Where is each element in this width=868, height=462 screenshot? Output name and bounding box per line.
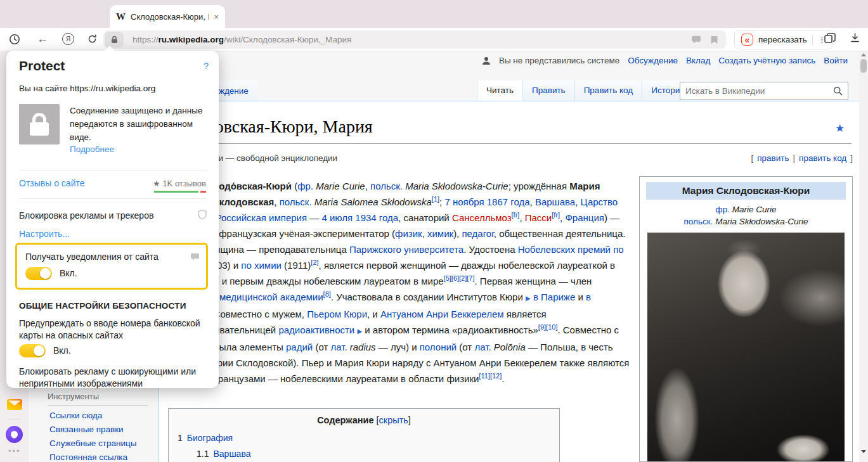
scrollbar-down-arrow[interactable] xyxy=(861,450,866,453)
configure-link[interactable]: Настроить... xyxy=(19,229,70,239)
protect-popup: Protect ? Вы на сайте https://ru.wikiped… xyxy=(6,51,219,388)
scrollbar-track[interactable] xyxy=(859,51,868,462)
toc-hide-link[interactable]: скрыть xyxy=(379,415,408,425)
bank-card-toggle[interactable] xyxy=(19,344,46,357)
personal-talk-link[interactable]: Обсуждение xyxy=(628,56,678,65)
notifications-toggle-state: Вкл. xyxy=(60,268,77,278)
tab-edit-source[interactable]: Править код xyxy=(574,80,642,101)
tab-read[interactable]: Читать xyxy=(477,80,522,101)
divider xyxy=(19,170,206,171)
section-edit-links: [ править | править код ] xyxy=(751,153,853,163)
lock-icon xyxy=(32,113,46,123)
notifications-toggle[interactable] xyxy=(25,267,52,280)
bookmark-icon[interactable] xyxy=(710,35,718,44)
rating-bar-negative xyxy=(200,191,206,193)
notifications-highlight-box xyxy=(15,243,208,290)
dock-more-icon[interactable]: ••• xyxy=(8,446,21,456)
scrollbar-up-arrow[interactable] xyxy=(861,53,866,56)
search-icon[interactable] xyxy=(833,86,843,96)
sidebar-item-permanent-link[interactable]: Постоянная ссылка xyxy=(49,452,127,462)
url-text[interactable]: https://ru.wikipedia.org/wiki/Склодовска… xyxy=(133,35,682,44)
article-meta-line: Из Википедии — свободной энциклопедии [ … xyxy=(168,153,853,163)
history-clock-icon[interactable] xyxy=(9,34,20,45)
rating-bar-positive xyxy=(154,191,198,193)
back-icon[interactable]: ← xyxy=(37,32,48,46)
help-link[interactable]: ? xyxy=(204,61,209,71)
bank-card-toggle-state: Вкл. xyxy=(53,345,71,356)
rating-bar xyxy=(154,191,206,193)
person-infobox: Мария Склодовская-Кюри фр. Marie Curie п… xyxy=(639,176,853,462)
details-link[interactable]: Подробнее xyxy=(70,144,114,154)
general-security-header: ОБЩИЕ НАСТРОЙКИ БЕЗОПАСНОСТИ xyxy=(19,301,186,311)
divider xyxy=(19,198,206,199)
sidebar-item-special-pages[interactable]: Служебные страницы xyxy=(49,439,136,448)
download-icon[interactable] xyxy=(850,32,860,43)
bank-card-warning-label: Предупреждать о вводе номера банковской … xyxy=(19,318,209,342)
collections-icon[interactable] xyxy=(824,33,836,43)
sidebar-item-related-changes[interactable]: Связанные правки xyxy=(49,425,124,434)
shield-icon xyxy=(197,209,207,220)
refresh-icon[interactable] xyxy=(87,34,98,44)
infobox-title: Мария Склодовская-Кюри xyxy=(646,182,846,200)
toc-item[interactable]: 1.1Варшава xyxy=(197,449,550,459)
infobox-french-name: Marie Curie xyxy=(732,205,777,214)
french-language-link[interactable]: фр. xyxy=(716,205,730,214)
protect-title: Protect xyxy=(19,58,65,74)
lead-paragraph: Мари́я Склодо́вская-Кюри́ (фр. Marie Cur… xyxy=(168,178,630,387)
notifications-label: Получать уведомления от сайта xyxy=(25,252,159,262)
connection-status-text: Соединение защищено и данные передаются … xyxy=(70,104,209,144)
address-bar[interactable]: https://ru.wikipedia.org/wiki/Склодовска… xyxy=(103,30,726,49)
wikipedia-favicon: W xyxy=(116,11,126,22)
retell-divider xyxy=(812,35,813,45)
yandex-home-icon[interactable]: Я xyxy=(62,33,74,45)
sidebar-item-whatlinkshere[interactable]: Ссылки сюда xyxy=(49,411,102,420)
lock-icon xyxy=(111,35,118,44)
retell-quote-icon: « xyxy=(741,34,753,46)
dock-divider xyxy=(8,420,21,420)
shocking-ads-label: Блокировать рекламу с шокирующими или не… xyxy=(19,366,211,390)
adblock-label: Блокировка рекламы и трекеров xyxy=(19,210,153,221)
scrollbar-thumb[interactable] xyxy=(860,59,867,73)
alice-assistant-icon[interactable] xyxy=(6,426,23,443)
tab-edit[interactable]: Править xyxy=(522,80,574,101)
site-reviews-link[interactable]: Отзывы о сайте xyxy=(19,178,85,188)
not-logged-in-text: Вы не представились системе xyxy=(499,56,619,65)
edit-source-link[interactable]: править код xyxy=(799,153,846,163)
retell-button[interactable]: « пересказать ⋮ xyxy=(734,30,833,49)
person-icon xyxy=(482,56,491,65)
polish-language-link[interactable]: польск. xyxy=(684,217,713,226)
wiki-search-box xyxy=(680,82,848,100)
personal-bar: Вы не представились системе Обсуждение В… xyxy=(482,56,848,65)
active-tab[interactable]: W Склодовская-Кюри, Ма × xyxy=(110,5,225,28)
page-title: Склодовская-Кюри, Мария xyxy=(168,117,852,144)
star-icon: ★ xyxy=(153,179,160,188)
infobox-polish-name: Maria Skłodowska-Curie xyxy=(715,217,808,226)
toc-item[interactable]: 1Биография xyxy=(178,433,550,443)
table-of-contents: Содержание [скрыть] 1Биография 1.1Варшав… xyxy=(168,408,560,462)
tab-close-icon[interactable]: × xyxy=(214,12,219,22)
sidebar-tools-header: Инструменты xyxy=(48,392,148,406)
toc-header: Содержание xyxy=(317,415,373,425)
portrait-photo xyxy=(647,233,845,462)
secure-lock-tile xyxy=(19,104,60,144)
page-view-tabs: Читать Править Править код История xyxy=(477,80,694,101)
reviews-rating: ★ 1K отзывов xyxy=(153,179,206,188)
wiki-search-input[interactable] xyxy=(685,86,833,96)
notification-bubble-icon xyxy=(190,253,200,261)
current-site-text: Вы на сайте https://ru.wikipedia.org xyxy=(19,84,155,93)
edit-link[interactable]: править xyxy=(757,153,789,163)
personal-create-account-link[interactable]: Создать учётную запись xyxy=(718,56,815,65)
comments-icon[interactable] xyxy=(691,35,701,44)
watchlist-star-icon[interactable]: ★ xyxy=(835,122,845,135)
mail-icon[interactable] xyxy=(7,399,22,410)
personal-contributions-link[interactable]: Вклад xyxy=(686,56,710,65)
tab-title: Склодовская-Кюри, Ма xyxy=(131,12,209,22)
personal-login-link[interactable]: Войти xyxy=(824,56,848,65)
